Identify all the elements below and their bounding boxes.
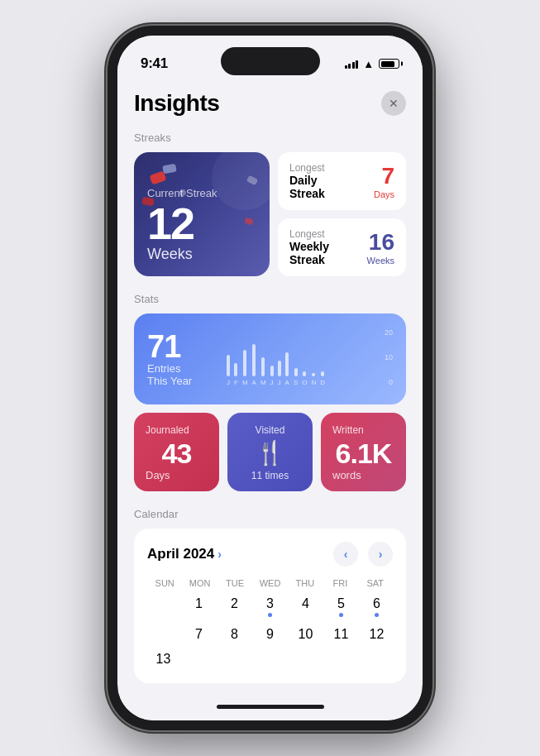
written-number: 6.1K (336, 439, 392, 467)
battery-icon (379, 59, 399, 69)
status-icons: ▲ (345, 58, 399, 70)
calendar-card: April 2024 › ‹ › SUNMO (134, 529, 406, 683)
phone-screen: 9:41 ▲ Insights ✕ (117, 36, 423, 720)
journaled-top-label: Journaled (146, 424, 189, 436)
cal-day-1[interactable]: 1 (183, 593, 215, 620)
cal-day-8[interactable]: 8 (218, 624, 251, 645)
weekly-streak-label: WeeklyStreak (289, 240, 329, 266)
cal-day-12[interactable]: 12 (361, 624, 393, 645)
weekly-streak-info: Longest WeeklyStreak (289, 228, 329, 266)
cal-day-10[interactable]: 10 (289, 624, 322, 645)
page-title: Insights (134, 90, 219, 117)
calendar-month-arrow: › (217, 548, 222, 561)
day-header-wed: WED (252, 578, 287, 588)
weekly-streak-unit: Weeks (367, 256, 394, 266)
restaurant-icon: 🍴 (256, 439, 284, 467)
daily-streak-number: 7 (374, 163, 394, 189)
chart-bar-N: N (312, 373, 317, 386)
home-bar (217, 705, 324, 709)
weekly-streak-top-label: Longest (289, 228, 329, 240)
chart-bar-M: M (260, 357, 266, 386)
status-time: 9:41 (141, 55, 168, 72)
entries-label: Entries (147, 362, 213, 375)
entries-number: 71 (147, 331, 213, 362)
chevron-right-icon: › (379, 548, 383, 561)
entries-sublabel: This Year (147, 375, 213, 387)
cal-day-13[interactable]: 13 (147, 648, 179, 670)
calendar-days-header: SUNMONTUEWEDTHUFRISAT (147, 578, 393, 588)
longest-weekly-card: Longest WeeklyStreak 16 Weeks (278, 218, 406, 276)
written-top-label: Written (332, 424, 364, 436)
chart-bar-O: O (302, 371, 307, 387)
cal-day-5[interactable]: 5 (325, 593, 357, 620)
calendar-grid: 12345678910111213 (147, 593, 393, 670)
chart-bar-A: A (252, 344, 256, 386)
chart-bar-S: S (294, 368, 298, 386)
calendar-prev-button[interactable]: ‹ (333, 542, 358, 567)
stats-section: Stats 71 Entries This Year JFMAMJJASOND (134, 293, 406, 491)
cal-day-11[interactable]: 11 (325, 624, 357, 645)
journaled-card: Journaled 43 Days (134, 413, 219, 491)
home-indicator (117, 692, 423, 720)
close-button[interactable]: ✕ (381, 91, 406, 116)
cal-dot (268, 613, 272, 617)
daily-streak-value: 7 Days (374, 163, 394, 199)
calendar-month[interactable]: April 2024 › (147, 546, 222, 562)
cal-day-4[interactable]: 4 (289, 593, 322, 620)
weekly-streak-value: 16 Weeks (367, 229, 394, 266)
day-header-sat: SAT (358, 578, 393, 588)
calendar-section: Calendar April 2024 › ‹ › (134, 508, 406, 683)
calendar-label: Calendar (134, 508, 406, 520)
day-header-thu: THU (288, 578, 323, 588)
visited-top-label: Visited (256, 424, 285, 436)
cal-day-2[interactable]: 2 (218, 593, 251, 620)
visited-card: Visited 🍴 11 times (227, 413, 313, 491)
chart-bars: JFMAMJJASOND (227, 328, 325, 386)
content-scroll[interactable]: Insights ✕ Streaks (117, 80, 423, 692)
streaks-section: Streaks Current Streak (134, 132, 406, 276)
chart-bar-A: A (285, 352, 289, 386)
chart-y-labels: 20 10 0 (385, 328, 393, 386)
day-header-fri: FRI (323, 578, 357, 588)
daily-streak-info: Longest DailyStreak (289, 162, 325, 200)
signal-icon (345, 59, 359, 69)
day-header-mon: MON (182, 578, 217, 588)
longest-daily-card: Longest DailyStreak 7 Days (278, 152, 406, 210)
chart-bar-F: F (234, 363, 238, 386)
wifi-icon: ▲ (363, 58, 374, 70)
entries-chart: JFMAMJJASOND 20 10 0 (227, 328, 393, 390)
chevron-left-icon: ‹ (344, 548, 348, 561)
cal-day-7[interactable]: 7 (183, 624, 215, 645)
daily-streak-label: DailyStreak (289, 174, 325, 200)
chart-bar-J: J (278, 361, 281, 387)
weekly-streak-number: 16 (367, 229, 394, 256)
chart-bar-M: M (242, 350, 248, 387)
visited-unit: 11 times (251, 470, 289, 481)
journaled-unit: Days (146, 469, 170, 481)
calendar-header: April 2024 › ‹ › (147, 542, 393, 567)
calendar-nav: ‹ › (333, 542, 393, 567)
entries-info: 71 Entries This Year (147, 328, 213, 390)
written-unit: words (332, 469, 361, 481)
current-streak-card: Current Streak 12 Weeks (134, 152, 270, 276)
cal-day-6[interactable]: 6 (361, 593, 393, 620)
phone-frame: 9:41 ▲ Insights ✕ (108, 26, 432, 730)
chart-bar-J: J (227, 355, 230, 386)
day-header-sun: SUN (147, 578, 182, 588)
entries-chart-card: 71 Entries This Year JFMAMJJASOND 20 10 (134, 313, 406, 404)
stats-label: Stats (134, 293, 406, 305)
streaks-row: Current Streak 12 Weeks Longest DailyStr… (134, 152, 406, 276)
streaks-label: Streaks (134, 132, 406, 144)
cal-day-empty (147, 624, 179, 645)
cal-day-9[interactable]: 9 (254, 624, 286, 645)
cal-empty (147, 593, 179, 620)
cal-day-3[interactable]: 3 (254, 593, 286, 620)
dynamic-island (221, 47, 320, 75)
chart-bar-D: D (320, 371, 325, 387)
page-header: Insights ✕ (134, 90, 406, 117)
cal-dot (339, 613, 343, 617)
stats-mini-row: Journaled 43 Days Visited 🍴 11 times Wri… (134, 413, 406, 491)
calendar-next-button[interactable]: › (368, 542, 393, 567)
journaled-number: 43 (162, 439, 192, 467)
day-header-tue: TUE (217, 578, 252, 588)
